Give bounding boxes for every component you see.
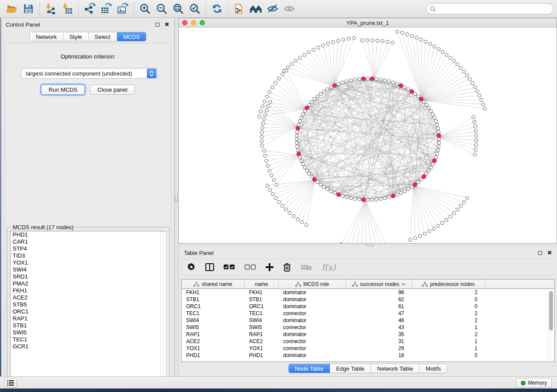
tab-network-table[interactable]: Network Table [371, 364, 419, 373]
first-neighbors-icon[interactable] [248, 1, 264, 16]
table-settings-icon[interactable] [187, 263, 196, 272]
mcds-result-item[interactable]: TID3 [10, 252, 166, 259]
vertical-splitter[interactable] [175, 18, 178, 376]
function-builder-icon[interactable]: f(x) [322, 262, 336, 272]
mcds-result-item[interactable]: STP4 [10, 245, 166, 252]
vertical-splitter-handle[interactable] [175, 194, 178, 202]
delete-column-icon[interactable] [283, 263, 291, 272]
mcds-result-item[interactable]: PHD1 [10, 231, 166, 238]
mcds-result-item[interactable]: SWI4 [10, 266, 166, 273]
import-network-icon[interactable] [42, 1, 59, 16]
table-row[interactable]: SWI5SWI5connector431 [182, 324, 554, 331]
table-row[interactable]: ORC1ORC1dominator610 [182, 303, 554, 310]
tab-motifs[interactable]: Motifs [419, 364, 447, 373]
network-canvas[interactable] [179, 28, 557, 243]
horizontal-splitter[interactable] [178, 244, 557, 247]
mcds-result-item[interactable]: TEC1 [10, 336, 166, 343]
column-header-mcds-role[interactable]: MCDS role [279, 280, 346, 289]
table-row[interactable]: RAP1RAP1dominator352 [182, 331, 554, 338]
table-cell: 46 [346, 317, 412, 324]
tab-node-table[interactable]: Node Table [289, 364, 330, 373]
table-panel: Table Panel ✖ [178, 247, 557, 376]
network-window-titlebar[interactable]: YPA_prune.txt_1 [179, 18, 557, 28]
maximize-window-icon[interactable] [200, 20, 205, 25]
zoom-in-icon[interactable] [137, 1, 153, 16]
hide-selection-icon[interactable] [264, 1, 281, 16]
mcds-result-item[interactable]: RAP1 [10, 315, 166, 322]
shared-column-icon [295, 282, 301, 287]
table-scrollbar[interactable] [548, 290, 554, 361]
minimize-window-icon[interactable] [191, 20, 196, 25]
split-columns-icon[interactable] [205, 263, 214, 271]
table-row[interactable]: FKH1FKH1dominator962 [182, 289, 554, 296]
column-header-shared-name[interactable]: shared name [182, 280, 245, 289]
network-from-document-icon[interactable] [231, 1, 248, 16]
search-input[interactable] [426, 3, 554, 14]
save-icon[interactable] [20, 1, 37, 16]
table-row[interactable]: YOX1YOX1connector291 [182, 345, 554, 352]
horizontal-splitter-handle[interactable] [366, 244, 374, 246]
run-mcds-button[interactable]: Run MCDS [41, 85, 85, 95]
close-table-panel-icon[interactable]: ✖ [547, 250, 553, 256]
column-header-name[interactable]: name [245, 280, 279, 289]
export-table-icon[interactable] [98, 1, 114, 16]
export-image-icon[interactable] [114, 1, 131, 16]
deselect-all-icon[interactable] [245, 265, 256, 270]
mcds-result-item[interactable]: GCR1 [10, 343, 166, 350]
table-row[interactable]: ACE2ACE2connector311 [182, 338, 554, 345]
table-cell: SWI5 [245, 324, 279, 331]
delete-table-icon[interactable] [301, 264, 312, 271]
show-all-icon[interactable] [281, 1, 298, 16]
table-cell: YOX1 [245, 345, 279, 352]
table-row[interactable]: STB1STB1dominator620 [182, 296, 554, 303]
mcds-result-title: MCDS result (17 nodes) [11, 224, 75, 230]
mcds-result-item[interactable]: STB1 [10, 322, 166, 329]
add-column-icon[interactable] [266, 263, 273, 271]
refresh-icon[interactable] [209, 1, 225, 16]
table-cell: SWI5 [182, 324, 245, 331]
zoom-selected-icon[interactable] [187, 1, 203, 16]
memory-button[interactable]: Memory [516, 378, 552, 388]
network-graph[interactable] [179, 28, 557, 243]
mcds-result-item[interactable]: ORC1 [10, 308, 166, 315]
zoom-out-icon[interactable] [153, 1, 170, 16]
tab-network[interactable]: Network [30, 32, 63, 41]
zoom-fit-icon[interactable] [170, 1, 187, 16]
mcds-result-item[interactable]: PMA2 [10, 280, 166, 287]
float-panel-icon[interactable] [154, 21, 160, 28]
node-table: shared name name MCDS role successor nod… [181, 279, 555, 362]
table-scrollbar-thumb[interactable] [549, 291, 553, 330]
close-panel-button[interactable]: Close panel [90, 85, 135, 95]
mcds-result-list[interactable]: PHD1CAR1STP4TID3YOX1SWI4SRD1PMA2FKH1ACE2… [10, 231, 166, 381]
table-row[interactable]: TEC1TEC1connector472 [182, 310, 554, 317]
table-cell: YOX1 [182, 345, 245, 352]
import-table-icon[interactable] [59, 1, 76, 16]
table-row[interactable]: SWI4SWI4dominator462 [182, 317, 554, 324]
table-cell: dominator [279, 303, 346, 310]
tab-edge-table[interactable]: Edge Table [330, 364, 371, 373]
table-cell: 2 [412, 317, 485, 324]
tab-style[interactable]: Style [63, 32, 89, 41]
float-table-panel-icon[interactable] [537, 250, 543, 256]
close-window-icon[interactable] [182, 20, 187, 25]
column-header-predecessor-nodes[interactable]: predecessor nodes [412, 280, 485, 289]
open-icon[interactable] [3, 1, 20, 16]
control-panel-tabbar: Network Style Select MCDS [29, 32, 146, 41]
task-history-button[interactable] [4, 378, 17, 388]
close-panel-icon[interactable]: ✖ [164, 21, 170, 28]
mcds-result-item[interactable]: CAR1 [10, 238, 166, 245]
mcds-result-item[interactable]: ACE2 [10, 294, 166, 301]
export-network-icon[interactable] [81, 1, 98, 16]
mcds-result-item[interactable]: SRD1 [10, 273, 166, 280]
mcds-list-scrollbar[interactable] [160, 231, 166, 381]
mcds-result-item[interactable]: YOX1 [10, 259, 166, 266]
mcds-result-item[interactable]: FKH1 [10, 287, 166, 294]
mcds-result-item[interactable]: STB5 [10, 301, 166, 308]
tab-select[interactable]: Select [89, 32, 117, 41]
tab-mcds[interactable]: MCDS [117, 32, 146, 41]
criterion-dropdown[interactable]: largest connected component (undirected) [21, 68, 157, 79]
column-header-successor-nodes[interactable]: successor nodes [346, 280, 412, 289]
select-all-icon[interactable] [224, 265, 235, 270]
table-row[interactable]: PHD1PHD1dominator180 [182, 352, 554, 359]
mcds-result-item[interactable]: SWI5 [10, 329, 166, 336]
